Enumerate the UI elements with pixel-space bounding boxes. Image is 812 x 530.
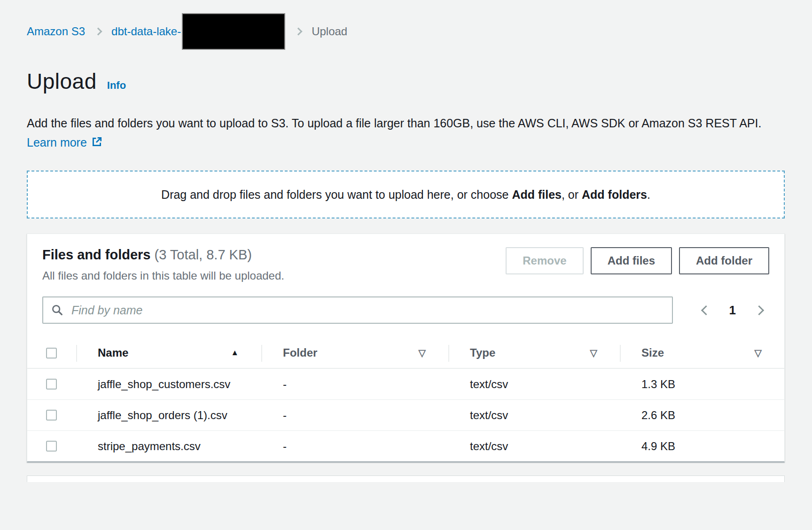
panel-heading-block: Files and folders (3 Total, 8.7 KB) All … [42,247,284,282]
column-header-type[interactable]: Type ▽ [448,338,620,368]
dropzone-add-folders-label: Add folders [582,188,647,201]
add-files-button[interactable]: Add files [591,247,672,274]
file-folder: - [261,400,448,430]
files-table: Name ▲ Folder ▽ Type ▽ Size ▽ [27,338,784,461]
file-size: 4.9 KB [620,431,784,461]
dropzone-add-files-label: Add files [512,188,562,201]
breadcrumb-bucket-link[interactable]: dbt-data-lake- [111,25,181,38]
next-page-icon[interactable] [754,305,764,315]
dropzone-suffix: . [647,188,650,201]
breadcrumb-chevron-icon [295,28,303,36]
column-folder-label: Folder [283,346,317,359]
search-row: 1 [27,296,784,324]
breadcrumb: Amazon S3 dbt-data-lake- Upload [27,21,785,42]
panel-actions: Remove Add files Add folder [506,247,769,274]
file-folder: - [261,431,448,461]
row-checkbox[interactable] [46,410,57,421]
breadcrumb-chevron-icon [94,28,102,36]
pagination: 1 [703,303,763,318]
dropzone-separator: , or [562,188,582,201]
filter-icon[interactable]: ▽ [755,347,762,359]
filter-icon[interactable]: ▽ [419,347,426,359]
panel-description: All files and folders in this table will… [42,269,284,282]
search-input[interactable] [42,296,673,324]
breadcrumb-amazon-s3-link[interactable]: Amazon S3 [27,25,85,38]
file-size: 2.6 KB [620,400,784,430]
filter-icon[interactable]: ▽ [590,347,597,359]
column-header-folder[interactable]: Folder ▽ [261,338,448,368]
redacted-bucket-name [182,13,285,50]
file-type: text/csv [448,400,620,430]
table-row: stripe_payments.csv - text/csv 4.9 KB [27,431,784,461]
panel-title: Files and folders (3 Total, 8.7 KB) [42,247,284,263]
file-type: text/csv [448,431,620,461]
file-name: jaffle_shop_orders (1).csv [76,400,243,430]
previous-page-icon[interactable] [701,305,710,315]
column-type-label: Type [470,346,495,359]
external-link-icon [91,134,103,154]
panel-count-text: (3 Total, 8.7 KB) [155,247,252,262]
add-folder-button[interactable]: Add folder [679,247,769,274]
table-header-row: Name ▲ Folder ▽ Type ▽ Size ▽ [27,338,784,369]
current-page-number[interactable]: 1 [729,303,736,318]
row-checkbox[interactable] [46,379,57,390]
breadcrumb-current-page: Upload [312,25,347,38]
intro-body: Add the files and folders you want to up… [27,117,761,130]
row-checkbox-cell [27,379,76,390]
next-section-card-edge [27,475,785,482]
row-checkbox-cell [27,441,76,452]
table-row: jaffle_shop_orders (1).csv - text/csv 2.… [27,400,784,431]
header-checkbox-cell [27,348,76,359]
file-type: text/csv [448,369,620,399]
column-name-label: Name [98,346,128,359]
search-icon [51,304,64,319]
drag-drop-zone[interactable]: Drag and drop files and folders you want… [27,171,785,218]
upload-page: Amazon S3 dbt-data-lake- Upload Upload I… [0,0,812,482]
row-checkbox-cell [27,410,76,421]
panel-count-summary: (3 Total, 8.7 KB) [155,247,252,262]
intro-text: Add the files and folders you want to up… [27,114,784,154]
panel-header: Files and folders (3 Total, 8.7 KB) All … [27,234,784,282]
column-header-name[interactable]: Name ▲ [76,338,261,368]
file-size: 1.3 KB [620,369,784,399]
file-name: stripe_payments.csv [76,431,243,461]
title-row: Upload Info [27,69,785,94]
sort-ascending-icon[interactable]: ▲ [231,348,239,358]
column-header-size[interactable]: Size ▽ [620,338,784,368]
search-wrap [42,296,673,324]
panel-title-text: Files and folders [42,247,150,262]
select-all-checkbox[interactable] [46,348,57,359]
table-row: jaffle_shop_customers.csv - text/csv 1.3… [27,369,784,400]
info-link[interactable]: Info [107,79,126,92]
learn-more-label: Learn more [27,136,87,149]
file-folder: - [261,369,448,399]
remove-button[interactable]: Remove [506,247,583,274]
row-checkbox[interactable] [46,441,57,452]
column-size-label: Size [641,346,664,359]
page-title: Upload [27,69,97,94]
files-and-folders-panel: Files and folders (3 Total, 8.7 KB) All … [27,234,785,462]
dropzone-text: Drag and drop files and folders you want… [161,188,650,202]
file-name: jaffle_shop_customers.csv [76,369,243,399]
learn-more-link[interactable]: Learn more [27,136,103,149]
dropzone-prefix: Drag and drop files and folders you want… [161,188,512,201]
